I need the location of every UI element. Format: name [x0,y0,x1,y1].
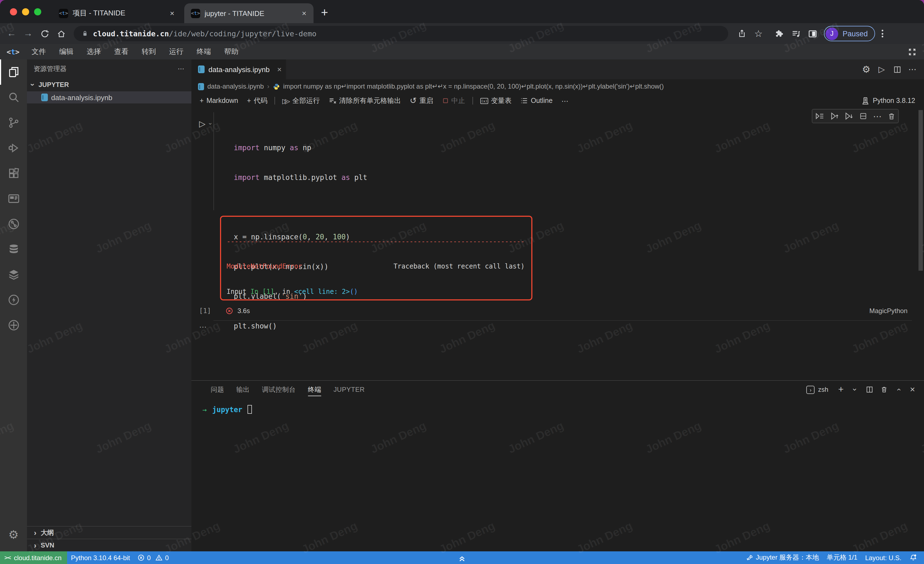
gitlens-icon[interactable] [0,211,27,237]
breadcrumb-cell-preview[interactable]: import numpy as np↵import matplotlib.pyp… [283,83,664,90]
titanide-favicon: <t> [191,9,200,18]
explorer-files-icon[interactable] [0,59,27,85]
extensions-icon[interactable] [0,161,27,186]
file-item-notebook[interactable]: data-analysis.ipynb [27,91,191,104]
menu-go[interactable]: 转到 [135,44,162,59]
navigation-icon[interactable] [0,313,27,338]
menu-help[interactable]: 帮助 [218,44,245,59]
fullscreen-icon[interactable] [900,48,924,56]
run-cells-above-icon[interactable] [830,112,839,120]
minimize-window-button[interactable] [22,8,29,15]
share-icon[interactable] [734,26,750,41]
execute-cell-and-below-icon[interactable] [815,112,824,120]
terminal[interactable]: → jupyter [202,405,252,414]
toolbar-more-icon[interactable]: ⋯ [557,93,572,108]
variables-button[interactable]: (x)变量表 [476,93,515,108]
kill-terminal-icon[interactable] [878,384,890,396]
back-icon[interactable]: ← [3,26,20,41]
new-tab-button[interactable]: + [317,5,332,20]
remote-window-icon[interactable] [0,186,27,211]
browser-tab-jupyter[interactable]: <t> jupyter - TITANIDE × [184,3,314,23]
run-cells-below-icon[interactable] [844,112,854,120]
chevron-down-icon: › [207,120,214,128]
database-icon[interactable] [0,237,27,262]
maximize-window-button[interactable] [34,8,41,15]
remote-indicator[interactable]: >< cloud.titanide.cn [0,551,67,564]
reload-icon[interactable] [36,26,53,41]
add-code-button[interactable]: +代码 [243,93,272,108]
panel-tab-terminal[interactable]: 终端 [302,381,327,399]
split-cell-icon[interactable] [859,112,867,120]
extensions-puzzle-icon[interactable] [771,26,788,41]
sidebar-more-icon[interactable]: ⋯ [178,65,185,73]
kernel-picker[interactable]: Python 3.8.12 [861,96,924,105]
sidebar-section-svn[interactable]: › SVN [27,539,191,551]
run-debug-icon[interactable] [0,135,27,161]
panel-tab-jupyter[interactable]: JUPYTER [327,381,371,399]
window-controls[interactable] [10,8,41,15]
cell-more-icon[interactable]: ⋯ [873,111,882,121]
split-editor-icon[interactable] [890,59,904,79]
restart-kernel-button[interactable]: ↺重启 [406,93,437,108]
search-icon[interactable] [0,85,27,110]
source-control-icon[interactable] [0,110,27,135]
profile-paused-badge[interactable]: J Paused [824,26,875,41]
delete-cell-icon[interactable] [888,112,896,120]
editor-scrollbar[interactable] [918,110,923,271]
add-markdown-button[interactable]: +Markdown [196,93,242,108]
python-interpreter-status[interactable]: Python 3.10.4 64-bit [67,551,134,564]
bookmark-star-icon[interactable]: ☆ [750,26,767,41]
lightning-icon[interactable] [0,287,27,313]
panel-tab-debug-console[interactable]: 调试控制台 [256,381,302,399]
editor-more-icon[interactable]: ⋯ [905,59,920,79]
url-bar[interactable]: cloud.titanide.cn/ide/web/coding/jupyter… [74,26,728,41]
layers-icon[interactable] [0,262,27,287]
menu-edit[interactable]: 编辑 [52,44,80,59]
playlist-icon[interactable] [788,26,804,41]
jupyter-server-status[interactable]: Jupyter 服务器：本地 [742,553,823,562]
forward-icon[interactable]: → [20,26,36,41]
close-tab-icon[interactable]: × [277,65,282,74]
shell-selector[interactable]: › zsh [807,385,828,394]
terminal-cursor [247,405,252,414]
run-all-play-icon[interactable]: ▷ [874,59,889,79]
panel-tab-output[interactable]: 输出 [230,381,256,399]
clear-outputs-button[interactable]: 清除所有单元格输出 [325,93,405,108]
browser-menu-icon[interactable] [875,30,890,38]
notebook-settings-gear-icon[interactable]: ⚙ [859,59,873,79]
language-mode-label[interactable]: MagicPython [869,307,908,315]
new-terminal-icon[interactable]: + [835,384,847,396]
close-tab-icon[interactable]: × [300,9,308,18]
sidebar-section-jupyter[interactable]: › JUPYTER [27,78,191,91]
close-tab-icon[interactable]: × [168,9,176,18]
maximize-panel-icon[interactable]: › [892,384,904,396]
output-more-icon[interactable]: ⋯ [199,322,207,331]
run-cell-button[interactable]: ▷ › [199,119,214,129]
notifications-bell-icon[interactable] [905,553,924,562]
split-terminal-icon[interactable] [864,384,876,396]
settings-gear-icon[interactable]: ⚙ [0,528,27,541]
browser-tab-project[interactable]: <t> 项目 - TITANIDE × [52,3,182,23]
menu-view[interactable]: 查看 [108,44,135,59]
output-line: ----------------------------------------… [226,238,526,246]
menu-file[interactable]: 文件 [25,44,52,59]
close-panel-icon[interactable]: × [906,384,918,396]
home-icon[interactable] [53,26,69,41]
side-panel-icon[interactable] [804,26,820,41]
breadcrumb[interactable]: data-analysis.ipynb › import numpy as np… [191,79,924,93]
menu-run[interactable]: 运行 [162,44,190,59]
keyboard-layout-status[interactable]: Layout: U.S. [861,554,905,561]
close-window-button[interactable] [10,8,17,15]
sidebar-section-outline[interactable]: › 大纲 [27,526,191,539]
panel-tab-problems[interactable]: 问题 [205,381,230,399]
menu-terminal[interactable]: 终端 [190,44,218,59]
terminal-dropdown-icon[interactable]: › [849,384,861,396]
editor-tab-notebook[interactable]: data-analysis.ipynb × [191,59,286,79]
restore-panel-chevrons-icon[interactable] [458,551,466,564]
cell-indicator-status[interactable]: 单元格 1/1 [823,553,861,562]
menu-selection[interactable]: 选择 [80,44,108,59]
run-all-button[interactable]: ▷▷全部运行 [279,93,324,108]
problems-status[interactable]: 0 0 [134,551,173,564]
breadcrumb-file[interactable]: data-analysis.ipynb [207,83,264,90]
outline-button[interactable]: Outline [516,93,556,108]
